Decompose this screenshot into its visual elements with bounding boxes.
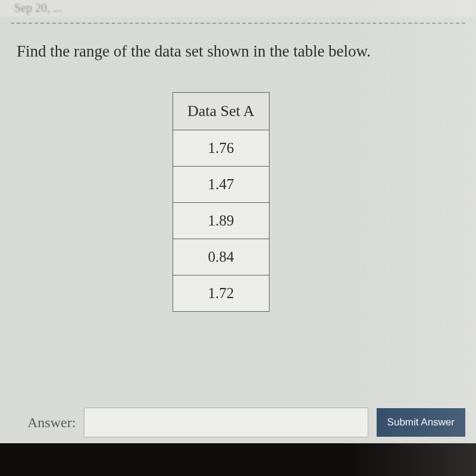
table-cell: 1.47 bbox=[173, 167, 270, 203]
answer-section: Answer: Submit Answer bbox=[0, 402, 476, 443]
table-row: 1.72 bbox=[173, 275, 270, 312]
answer-label: Answer: bbox=[11, 415, 76, 431]
table-cell: 1.72 bbox=[173, 275, 270, 312]
table-header-row: Data Set A bbox=[173, 93, 270, 130]
question-prompt: Find the range of the data set shown in … bbox=[17, 40, 464, 62]
table-row: 1.76 bbox=[173, 130, 270, 167]
data-set-table: Data Set A 1.76 1.47 1.89 0.84 1.72 bbox=[173, 92, 270, 312]
table-row: 1.89 bbox=[173, 203, 270, 239]
cropped-header-text: Sep 20, ... bbox=[0, 0, 476, 17]
table-header-cell: Data Set A bbox=[173, 93, 270, 130]
answer-input[interactable] bbox=[84, 408, 368, 437]
submit-answer-button[interactable]: Submit Answer bbox=[377, 408, 465, 437]
table-cell: 0.84 bbox=[173, 239, 270, 275]
table-cell: 1.76 bbox=[173, 130, 270, 167]
device-bezel-bottom bbox=[0, 443, 476, 476]
data-table-container: Data Set A 1.76 1.47 1.89 0.84 1.72 bbox=[173, 92, 270, 312]
table-row: 0.84 bbox=[173, 239, 270, 275]
table-cell: 1.89 bbox=[173, 203, 270, 239]
table-row: 1.47 bbox=[173, 167, 270, 203]
section-divider bbox=[11, 23, 465, 24]
